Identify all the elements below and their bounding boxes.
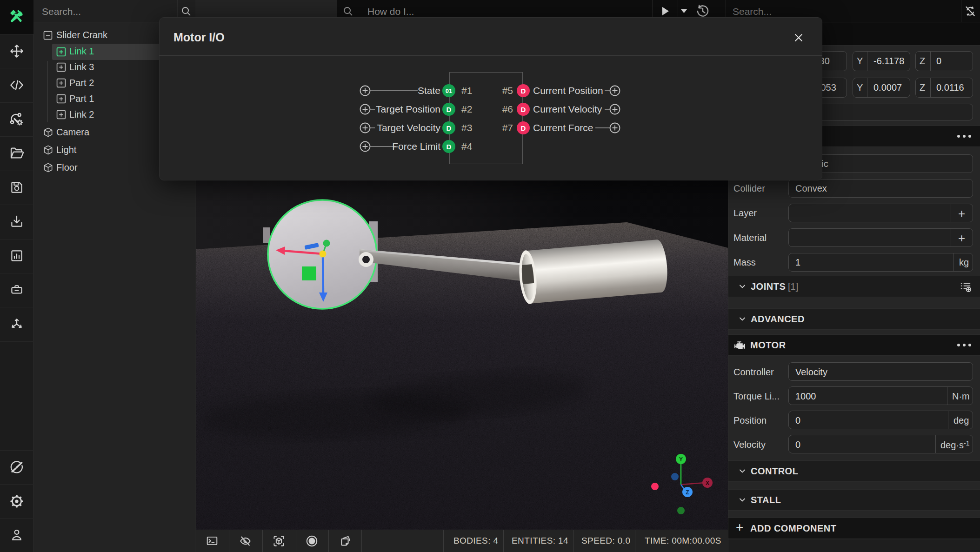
svg-text:D: D [447, 124, 452, 132]
svg-text:01: 01 [446, 87, 452, 94]
svg-text:State: State [418, 85, 440, 96]
svg-text:Current Force: Current Force [533, 122, 593, 133]
svg-text:Force Limit: Force Limit [392, 141, 440, 152]
svg-text:Target Velocity: Target Velocity [377, 122, 440, 133]
svg-text:#2: #2 [461, 104, 472, 114]
svg-text:D: D [447, 106, 452, 113]
svg-text:#3: #3 [461, 122, 472, 133]
svg-text:Current Velocity: Current Velocity [533, 104, 602, 114]
svg-text:Y: Y [679, 456, 683, 463]
svg-text:Current Position: Current Position [533, 85, 603, 96]
svg-text:#5: #5 [502, 85, 513, 96]
svg-text:D: D [521, 124, 526, 132]
svg-text:#1: #1 [461, 85, 472, 96]
svg-text:Z: Z [686, 489, 689, 496]
svg-text:D: D [447, 143, 452, 151]
svg-text:#6: #6 [502, 104, 513, 114]
svg-text:X: X [706, 480, 709, 486]
svg-text:Target Position: Target Position [376, 104, 440, 114]
svg-text:D: D [521, 106, 526, 113]
svg-text:#7: #7 [502, 122, 513, 133]
svg-text:D: D [521, 87, 526, 95]
svg-text:#4: #4 [461, 141, 473, 152]
